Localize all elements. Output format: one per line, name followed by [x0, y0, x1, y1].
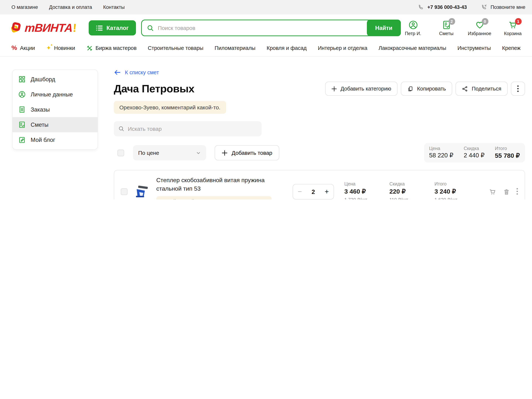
- estimate-comment: Орехово-Зуево, комментарий какой-то.: [114, 101, 226, 114]
- back-link-label: К списку смет: [125, 70, 159, 75]
- page-title: Дача Петровых: [114, 82, 194, 95]
- catalog-button[interactable]: Каталог: [89, 20, 136, 35]
- dashboard-icon: [18, 75, 26, 83]
- total-cell: Итого3 240 ₽1 620 ₽/шт.: [434, 181, 480, 200]
- sidebar-item-label: Дашборд: [31, 76, 55, 82]
- nav-item-promos[interactable]: %Акции: [12, 44, 35, 52]
- favorites-button[interactable]: 0 Избранное: [467, 20, 492, 36]
- row-menu-icon[interactable]: [516, 188, 518, 196]
- copy-icon: [407, 86, 413, 92]
- topbar-right: +7 936 000-43-43 Позвоните мне: [418, 4, 525, 10]
- totals-discount: Скидка2 440 ₽: [464, 146, 485, 160]
- search-icon: [118, 126, 125, 132]
- topbar-callback[interactable]: Позвоните мне: [481, 4, 525, 10]
- page: О магазине Доставка и оплата Контакты +7…: [0, 0, 532, 200]
- sort-select[interactable]: По цене: [133, 145, 206, 160]
- product-search-input[interactable]: [128, 126, 257, 132]
- sidebar-item-blog[interactable]: Мой блог: [13, 132, 98, 147]
- add-category-button[interactable]: Добавить категорию: [325, 82, 397, 96]
- account-button[interactable]: Петр И.: [401, 20, 425, 36]
- add-to-cart-icon[interactable]: [489, 188, 497, 196]
- favorites-badge: 0: [481, 18, 488, 25]
- copy-button[interactable]: Копировать: [401, 82, 452, 96]
- nav-item-paints[interactable]: Лакокрасочные материалы: [379, 45, 446, 51]
- share-button[interactable]: Поделиться: [456, 82, 508, 96]
- more-actions-button[interactable]: [511, 82, 525, 96]
- account-label: Петр И.: [405, 31, 421, 36]
- product-comment: Самый лучший степлер из всех, с которыми…: [156, 196, 272, 200]
- qty-plus-button[interactable]: +: [325, 188, 329, 196]
- estimate-page: К списку смет Дача Петровых Добавить кат…: [114, 70, 525, 200]
- product-list: Степлер скобозабивной витая пружина стал…: [114, 170, 525, 200]
- sidebar-item-label: Сметы: [31, 121, 48, 128]
- nav-item-building[interactable]: Строительные товары: [148, 45, 203, 51]
- cart-button[interactable]: 1 Корзина: [500, 20, 525, 36]
- estimate-totals: Цена58 220 ₽ Скидка2 440 ₽ Итого55 780 ₽: [424, 143, 525, 163]
- main-nav: %Акции ✦✦Новинки Биржа мастеров Строител…: [0, 41, 532, 57]
- nav-item-lumber[interactable]: Пиломатериалы: [215, 45, 255, 51]
- nav-item-fasteners[interactable]: Крепеж: [502, 45, 520, 51]
- blog-pencil-icon: [18, 136, 26, 144]
- nav-item-roofing[interactable]: Кровля и фасад: [267, 45, 307, 51]
- catalog-button-label: Каталог: [106, 25, 129, 31]
- content: Дашборд Личные данные Заказы Сметы Мой б…: [0, 57, 532, 200]
- topbar-link-about[interactable]: О магазине: [12, 4, 38, 10]
- topbar-callback-label: Позвоните мне: [490, 4, 525, 10]
- site-search-input[interactable]: [158, 25, 367, 31]
- back-to-estimates-link[interactable]: К списку смет: [114, 70, 159, 75]
- totals-total: Итого55 780 ₽: [495, 146, 520, 160]
- sidebar-item-label: Личные данные: [31, 91, 73, 98]
- row-checkbox[interactable]: [121, 188, 127, 195]
- select-all-checkbox[interactable]: [117, 149, 124, 156]
- plus-icon: [331, 86, 337, 91]
- discount-cell: Скидка220 ₽110 ₽/шт.: [389, 181, 434, 200]
- find-button[interactable]: Найти: [367, 19, 401, 36]
- phone-icon: [418, 4, 424, 10]
- sidebar-item-estimates[interactable]: Сметы: [13, 117, 98, 132]
- topbar-link-delivery[interactable]: Доставка и оплата: [49, 4, 92, 10]
- topbar-link-contacts[interactable]: Контакты: [103, 4, 125, 10]
- favorites-label: Избранное: [468, 31, 491, 36]
- sidebar-item-orders[interactable]: Заказы: [13, 102, 98, 117]
- qty-minus-button[interactable]: −: [298, 188, 302, 196]
- totals-price: Цена58 220 ₽: [429, 146, 453, 160]
- tools-icon: [86, 45, 93, 51]
- table-row: Степлер скобозабивной витая пружина стал…: [114, 170, 525, 200]
- checklist-icon: [18, 121, 26, 129]
- nav-item-masters[interactable]: Биржа мастеров: [86, 45, 137, 51]
- phone-incoming-icon: [481, 4, 487, 10]
- store-logo[interactable]: тВИНТА!: [12, 21, 76, 35]
- sidebar-item-label: Заказы: [31, 106, 50, 113]
- plus-icon: [222, 150, 228, 156]
- logo-swirl-icon: [12, 21, 24, 35]
- list-toolbar: По цене Добавить товар Цена58 220 ₽ Скид…: [114, 143, 525, 163]
- sort-select-value: По цене: [138, 150, 159, 156]
- person-icon: [18, 90, 26, 98]
- product-title[interactable]: Степлер скобозабивной витая пружина стал…: [156, 176, 278, 193]
- sidebar-item-dashboard[interactable]: Дашборд: [13, 72, 98, 87]
- product-info: Степлер скобозабивной витая пружина стал…: [150, 176, 293, 200]
- cart-badge: 1: [515, 18, 521, 25]
- nav-item-instruments[interactable]: Инструменты: [457, 45, 491, 51]
- percent-icon: %: [12, 44, 17, 52]
- topbar-phone[interactable]: +7 936 000-43-43: [418, 4, 467, 10]
- estimates-badge: 2: [448, 18, 455, 25]
- header: тВИНТА! Каталог Найти Петр И.: [0, 14, 532, 41]
- topbar: О магазине Доставка и оплата Контакты +7…: [0, 0, 532, 14]
- nav-item-new[interactable]: ✦✦Новинки: [46, 45, 75, 51]
- cart-label: Корзина: [504, 31, 521, 36]
- product-image-stapler: [133, 183, 150, 200]
- estimate-actions: Добавить категорию Копировать Поделиться: [325, 82, 525, 96]
- logo-text: тВИНТА!: [24, 21, 76, 35]
- delete-icon[interactable]: [503, 188, 510, 196]
- estimates-button[interactable]: 2 Сметы: [434, 20, 458, 36]
- quantity-stepper: − 2 +: [293, 184, 334, 200]
- sidebar: Дашборд Личные данные Заказы Сметы Мой б…: [12, 70, 98, 200]
- add-product-button[interactable]: Добавить товар: [215, 145, 279, 160]
- site-search: Найти: [141, 19, 401, 36]
- sparkles-icon: ✦✦: [46, 45, 51, 51]
- nav-item-interior[interactable]: Интерьер и отделка: [318, 45, 367, 51]
- sidebar-item-personal[interactable]: Личные данные: [13, 87, 98, 102]
- product-search: [114, 121, 262, 136]
- qty-value: 2: [312, 188, 315, 195]
